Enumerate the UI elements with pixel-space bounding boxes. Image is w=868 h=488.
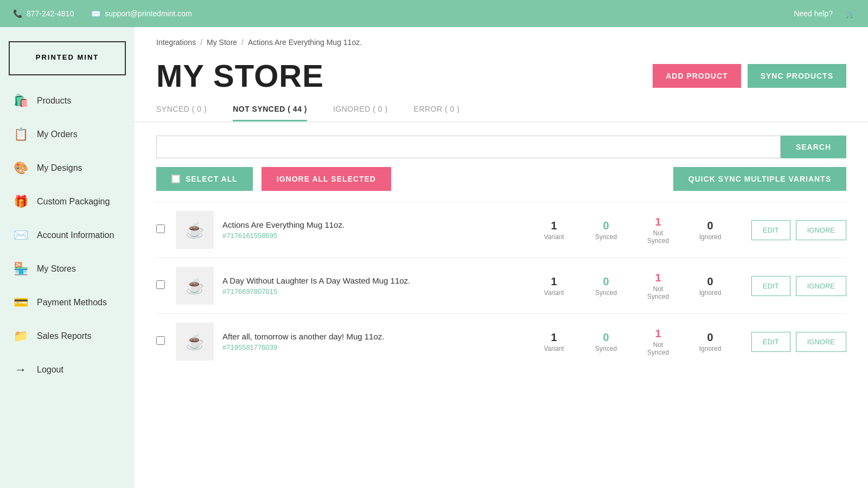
table-row: ☕ After all, tomorrow is another day! Mu… [156,313,846,369]
search-button[interactable]: SEARCH [781,136,846,158]
sidebar-label-account-information: Account Information [37,230,114,240]
stat-ignored-2: 0 Ignored [688,275,732,297]
ignore-button-2[interactable]: IGNORE [796,276,846,296]
not-synced-count-3: 1 [636,328,680,340]
select-all-checkbox [171,175,180,183]
checkbox-2[interactable] [156,280,165,289]
synced-label-2: Synced [584,289,628,297]
product-id-1[interactable]: #7176161558695 [222,232,524,240]
quick-sync-button[interactable]: QUICK SYNC MULTIPLE VARIANTS [673,167,846,191]
sidebar-label-my-stores: My Stores [37,264,76,274]
stat-ignored-3: 0 Ignored [688,331,732,352]
breadcrumb-my-store[interactable]: My Store [207,38,237,47]
header-buttons: ADD PRODUCT SYNC PRODUCTS [653,64,846,88]
row-actions-2: EDIT IGNORE [751,276,846,296]
reports-icon: 📁 [13,329,28,343]
payment-icon: 💳 [13,296,28,310]
sync-products-button[interactable]: SYNC PRODUCTS [748,64,846,88]
table-row: ☕ A Day Without Laughter Is A Day Wasted… [156,258,846,313]
checkbox-3[interactable] [156,336,165,345]
orders-icon: 📋 [13,127,28,142]
page-title: MY STORE [156,57,324,94]
logout-icon: → [13,363,28,377]
edit-button-1[interactable]: EDIT [751,220,790,240]
ignore-all-selected-button[interactable]: IGNORE ALL SELECTED [261,167,391,191]
cart-icon[interactable]: 🛒 [846,9,855,18]
synced-count-2: 0 [584,275,628,288]
synced-count-1: 0 [584,220,628,232]
ignored-count-1: 0 [688,220,732,232]
row-checkbox-2[interactable] [156,280,167,291]
not-synced-label-1: NotSynced [636,229,680,245]
synced-count-3: 0 [584,331,628,344]
sidebar-item-my-stores[interactable]: 🏪 My Stores [0,252,135,286]
product-name-1: Actions Are Everything Mug 11oz. [222,220,524,229]
select-all-button[interactable]: SELECT ALL [156,167,253,191]
row-checkbox-1[interactable] [156,224,167,235]
sidebar-item-products[interactable]: 🛍️ Products [0,84,135,118]
product-name-3: After all, tomorrow is another day! Mug … [222,332,524,341]
email-address: support@printedmint.com [105,9,192,18]
product-id-2[interactable]: #7176697807015 [222,287,524,296]
stat-ignored-1: 0 Ignored [688,220,732,241]
product-list: ☕ Actions Are Everything Mug 11oz. #7176… [135,202,868,369]
sidebar-item-sales-reports[interactable]: 📁 Sales Reports [0,319,135,353]
product-thumbnail-3: ☕ [176,323,214,361]
tab-error[interactable]: ERROR ( 0 ) [414,105,460,121]
stores-icon: 🏪 [13,262,28,276]
sidebar-label-my-designs: My Designs [37,163,82,173]
variant-count-1: 1 [532,220,576,232]
product-info-1: Actions Are Everything Mug 11oz. #717616… [222,220,524,240]
product-id-3[interactable]: #7195581776039 [222,343,524,351]
stat-synced-3: 0 Synced [584,331,628,352]
synced-label-3: Synced [584,345,628,352]
sidebar: PRINTED MINT 🛍️ Products 📋 My Orders 🎨 M… [0,27,135,488]
sidebar-item-custom-packaging[interactable]: 🎁 Custom Packaging [0,185,135,219]
phone-contact[interactable]: 📞 877-242-4810 [13,9,74,18]
tab-not-synced[interactable]: NOT SYNCED ( 44 ) [233,105,307,121]
packaging-icon: 🎁 [13,195,28,209]
product-info-3: After all, tomorrow is another day! Mug … [222,332,524,351]
sidebar-item-payment-methods[interactable]: 💳 Payment Methods [0,286,135,319]
add-product-button[interactable]: ADD PRODUCT [653,64,741,88]
sidebar-item-my-designs[interactable]: 🎨 My Designs [0,151,135,185]
not-synced-count-1: 1 [636,216,680,228]
email-contact[interactable]: ✉️ support@printedmint.com [91,9,192,18]
tab-ignored[interactable]: IGNORED ( 0 ) [333,105,388,121]
stat-synced-2: 0 Synced [584,275,628,297]
help-link[interactable]: Need help? [794,9,833,18]
breadcrumb-integrations[interactable]: Integrations [156,38,196,47]
synced-label-1: Synced [584,233,628,241]
ignore-button-1[interactable]: IGNORE [796,220,846,240]
designs-icon: 🎨 [13,161,28,175]
search-input[interactable] [156,136,781,158]
not-synced-label-2: NotSynced [636,285,680,300]
product-name-2: A Day Without Laughter Is A Day Wasted M… [222,276,524,285]
row-checkbox-3[interactable] [156,336,167,347]
edit-button-2[interactable]: EDIT [751,276,790,296]
checkbox-1[interactable] [156,224,165,233]
sidebar-item-my-orders[interactable]: 📋 My Orders [0,118,135,151]
table-row: ☕ Actions Are Everything Mug 11oz. #7176… [156,202,846,258]
ignore-button-3[interactable]: IGNORE [796,332,846,352]
product-thumbnail-2: ☕ [176,267,214,305]
row-actions-3: EDIT IGNORE [751,332,846,352]
tab-synced[interactable]: SYNCED ( 0 ) [156,105,207,121]
phone-number: 877-242-4810 [27,9,74,18]
edit-button-3[interactable]: EDIT [751,332,790,352]
stat-synced-1: 0 Synced [584,220,628,241]
ignored-label-3: Ignored [688,345,732,352]
select-all-label: SELECT ALL [186,175,238,183]
ignored-count-2: 0 [688,275,732,288]
ignored-label-2: Ignored [688,289,732,297]
email-icon: ✉️ [91,9,100,18]
stat-variants-1: 1 Variant [532,220,576,241]
sidebar-item-account-information[interactable]: ✉️ Account Information [0,219,135,252]
product-info-2: A Day Without Laughter Is A Day Wasted M… [222,276,524,296]
sidebar-label-custom-packaging: Custom Packaging [37,197,110,207]
logo[interactable]: PRINTED MINT [9,41,126,75]
sidebar-item-logout[interactable]: → Logout [0,353,135,387]
ignored-count-3: 0 [688,331,732,344]
not-synced-label-3: NotSynced [636,341,680,356]
stat-not-synced-1: 1 NotSynced [636,216,680,245]
